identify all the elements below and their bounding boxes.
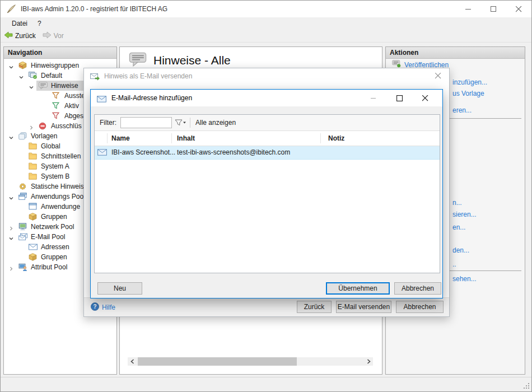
chevron-right-icon[interactable] [8,264,14,270]
navigation-header: Navigation [4,47,116,59]
app-window: IBI-aws Admin 1.20.0 - registriert für I… [0,0,532,392]
menu-bar: Datei ? [1,17,531,30]
action-link-1[interactable]: n... [452,199,462,207]
mail-pool-icon [18,233,27,241]
notice-bubble-icon [129,52,147,66]
cancel-send-button[interactable]: Abbrechen [396,301,444,313]
column-divider [171,133,172,143]
scrollbar-thumb[interactable] [138,357,297,366]
chevron-down-icon[interactable] [8,133,14,139]
apply-button[interactable]: Übernehmen [326,282,390,295]
send-dialog-title: Hinweis als E-Mail versenden [104,72,192,80]
attribute-pool-icon [18,263,27,271]
new-button[interactable]: Neu [97,282,142,295]
title-bar: IBI-aws Admin 1.20.0 - registriert für I… [1,1,531,17]
back-button[interactable]: Zurück [1,31,39,40]
action-link-2[interactable]: sieren... [452,211,477,218]
row-name: IBI-aws Screenshot... [111,148,175,156]
scroll-right-icon[interactable] [364,357,373,366]
environment-check-icon [29,72,38,80]
cancel-add-button[interactable]: Abbrechen [394,282,441,295]
notice-bubble-icon [39,82,48,90]
send-dialog-footer: ? Hilfe Zurück E-Mail versenden Abbreche… [84,297,449,316]
filter-funnel-dropdown-icon[interactable] [174,119,186,127]
send-email-button[interactable]: E-Mail versenden [336,301,391,313]
envelope-icon [97,95,106,101]
svg-text:?: ? [93,304,96,310]
back-label: Zurück [15,32,36,40]
column-header-name[interactable]: Name [111,134,130,142]
address-table: Filter: Alle anzeigen Name Inhalt Notiz [94,114,440,273]
filter-bar: Filter: Alle anzeigen [95,115,440,131]
maximize-button[interactable] [481,1,506,17]
window-title: IBI-aws Admin 1.20.0 - registriert für I… [21,5,167,13]
toolbar: Zurück Vor [1,30,531,43]
chevron-right-icon[interactable] [8,224,14,230]
chevron-down-icon[interactable] [8,63,14,68]
funnel-red-icon [52,112,61,120]
funnel-green-icon [52,102,61,110]
chevron-right-icon[interactable] [29,123,34,129]
send-dialog-title-bar: Hinweis als E-Mail versenden [84,68,449,84]
forward-label: Vor [54,32,64,40]
notice-group-icon [18,62,27,69]
filter-label: Filter: [100,119,116,127]
arrow-left-icon [4,31,13,40]
group-cube-icon [29,213,38,221]
minimize-button[interactable] [456,1,481,17]
column-divider [320,133,321,143]
envelope-icon [97,149,107,156]
column-divider [107,133,108,143]
action-link-3[interactable]: en... [452,223,465,231]
row-inhalt: test-ibi-aws-screenshots@ibitech.com [177,148,290,156]
close-button[interactable] [506,1,531,17]
app-logo-quill-icon [6,4,16,14]
chevron-down-icon[interactable] [8,194,14,199]
resize-grip[interactable] [524,381,530,388]
envelope-send-icon [90,73,100,80]
chevron-down-icon[interactable] [18,73,24,78]
filter-input[interactable] [120,117,172,128]
maximize-icon[interactable] [386,90,412,106]
add-dialog-title-bar: E-Mail-Adresse hinzufügen [91,90,442,106]
column-header-inhalt[interactable]: Inhalt [177,134,195,142]
action-duplizieren[interactable]: eren... [452,106,472,114]
actions-header: Aktionen [386,47,525,59]
static-notice-icon [18,183,27,190]
folder-icon [29,142,38,150]
menu-help[interactable]: ? [32,20,46,27]
folder-icon [29,152,38,160]
minimize-icon[interactable] [361,90,386,106]
forward-button[interactable]: Vor [39,31,67,40]
page-title: Hinweise - Alle [153,54,231,67]
status-bar [1,377,531,389]
application-pool-icon [18,193,27,200]
back-step-button[interactable]: Zurück [297,301,332,313]
action-hinzufuegen[interactable]: inzufügen... [452,78,487,86]
scrollbar-track[interactable] [137,357,364,366]
network-icon [18,223,27,231]
menu-datei[interactable]: Datei [1,20,32,27]
scroll-left-icon[interactable] [128,357,137,366]
close-icon[interactable] [427,71,449,81]
chevron-down-icon[interactable] [8,234,14,240]
horizontal-scrollbar[interactable] [128,357,373,366]
column-header-notiz[interactable]: Notiz [328,134,344,142]
help-link[interactable]: ? Hilfe [91,302,115,312]
close-icon[interactable] [412,90,438,106]
table-row[interactable]: IBI-aws Screenshot... test-ibi-aws-scree… [95,146,440,160]
application-icon [29,203,38,211]
action-link-4[interactable]: den... [452,246,469,254]
chevron-down-icon[interactable] [29,83,34,88]
show-all-toggle[interactable]: Alle anzeigen [195,119,236,127]
add-email-dialog: E-Mail-Adresse hinzufügen Filter: Alle a… [90,89,443,298]
exclusion-icon [39,122,48,130]
action-aus-vorlage[interactable]: us Vorlage [452,90,484,97]
envelope-icon [29,243,38,251]
group-cube-icon [29,253,38,261]
help-icon: ? [91,302,99,312]
add-dialog-title: E-Mail-Adresse hinzufügen [111,94,361,102]
action-link-5[interactable]: .. [452,260,456,268]
folder-icon [29,162,38,170]
action-ansehen[interactable]: sehen... [452,275,477,283]
